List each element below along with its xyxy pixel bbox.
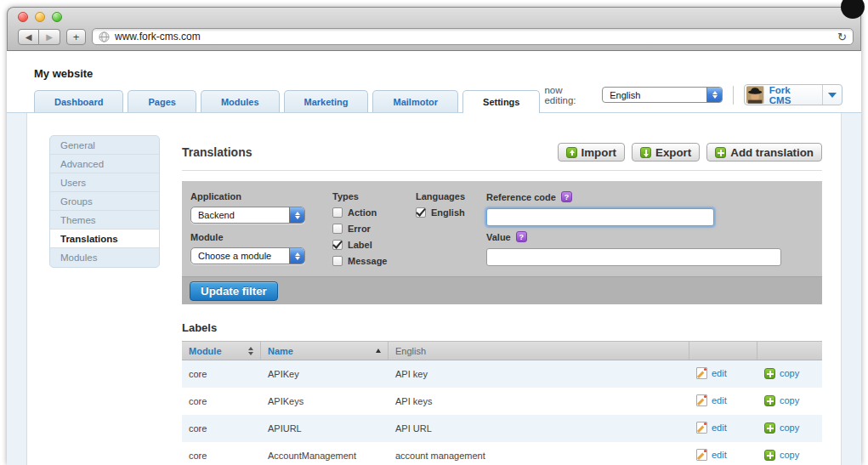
browser-window: ◀ ▶ + www.fork-cms.com ↻ My website Dash… [7,7,861,465]
plus-icon: + [73,31,80,43]
edit-link[interactable]: edit [696,449,727,461]
copy-icon [764,368,775,379]
minimize-window-button[interactable] [35,12,45,22]
site-title: My website [34,67,861,80]
checkbox-error[interactable] [332,224,343,234]
page-title: Translations [182,145,252,159]
select-stepper-icon [289,248,304,264]
checkbox-action-label: Action [348,207,377,218]
chevron-down-icon [828,93,837,98]
reload-icon[interactable]: ↻ [837,31,847,43]
forward-button[interactable]: ▶ [39,29,60,45]
sidebar-item-modules[interactable]: Modules [50,248,159,267]
new-tab-button[interactable]: + [66,29,86,45]
import-icon [566,147,577,158]
window-titlebar[interactable] [8,8,860,26]
copy-link[interactable]: copy [764,368,799,379]
back-icon: ◀ [26,32,32,42]
page-viewport: My website Dashboard Pages Modules Marke… [7,51,861,465]
tab-settings[interactable]: Settings [462,90,540,113]
module-select[interactable]: Choose a module [190,247,305,264]
close-window-button[interactable] [18,12,28,22]
tab-dashboard[interactable]: Dashboard [34,90,123,112]
address-bar[interactable]: www.fork-cms.com ↻ [92,28,854,45]
checkbox-message[interactable] [332,256,343,266]
copy-link[interactable]: copy [764,395,799,406]
page-actions: Import Export Add translation [558,143,822,162]
edit-icon [696,394,707,406]
application-label: Application [190,191,332,201]
column-header-english: English [389,342,689,360]
now-editing-label: now editing: [544,85,595,105]
header-divider [733,86,734,105]
export-icon [640,147,651,158]
table-row: core AccountManagement account managemen… [182,442,822,465]
help-icon[interactable]: ? [516,231,527,242]
edit-icon [696,422,707,434]
add-translation-button[interactable]: Add translation [706,143,822,162]
help-icon[interactable]: ? [561,191,572,202]
languages-label: Languages [416,191,486,201]
sidebar-item-general[interactable]: General [50,136,159,155]
select-stepper-icon [289,207,304,223]
tab-marketing[interactable]: Marketing [284,90,369,112]
import-button[interactable]: Import [558,143,625,162]
sidebar-item-themes[interactable]: Themes [50,211,159,230]
value-input[interactable] [486,248,781,266]
edit-icon [696,367,707,379]
copy-icon [764,395,775,406]
edit-link[interactable]: edit [696,422,727,434]
url-text[interactable]: www.fork-cms.com [115,31,832,43]
copy-link[interactable]: copy [764,450,799,461]
module-label: Module [190,232,332,242]
heading-divider [182,170,822,171]
sidebar-item-translations[interactable]: Translations [50,230,159,248]
editing-cluster: now editing: English Fork CMS [544,84,842,105]
browser-chrome: ◀ ▶ + www.fork-cms.com ↻ [7,7,861,51]
checkbox-english[interactable] [416,207,426,218]
forward-icon: ▶ [46,32,53,42]
sort-asc-icon [376,349,381,353]
reference-code-label: Reference code [486,192,556,202]
checkbox-message-label: Message [348,256,387,266]
copy-icon [764,450,775,461]
copy-link[interactable]: copy [764,422,799,434]
sidebar-item-groups[interactable]: Groups [50,192,159,211]
application-select[interactable]: Backend [190,207,305,224]
copy-icon [764,422,775,434]
checkbox-label[interactable] [332,240,343,250]
edit-link[interactable]: edit [696,367,727,379]
sidebar-item-users[interactable]: Users [50,173,159,192]
account-dropdown-button[interactable] [822,85,842,105]
tab-pages[interactable]: Pages [128,90,196,112]
edit-link[interactable]: edit [696,394,727,406]
reference-code-input[interactable] [486,208,714,226]
settings-sidebar: General Advanced Users Groups Themes Tra… [49,135,160,268]
account-name: Fork CMS [769,85,822,105]
labels-table: Module Name English [182,341,822,465]
labels-heading: Labels [182,321,822,334]
back-button[interactable]: ◀ [18,29,39,45]
sidebar-item-advanced[interactable]: Advanced [50,155,159,173]
checkbox-label-label: Label [348,240,372,250]
checkbox-action[interactable] [332,207,343,218]
avatar [746,86,763,104]
tab-mailmotor[interactable]: Mailmotor [372,90,458,112]
column-header-name[interactable]: Name [261,342,389,360]
zoom-window-button[interactable] [52,12,62,22]
checkbox-error-label: Error [348,224,371,234]
table-row: core APIKey API key edit copy [182,360,822,388]
checkbox-english-label: English [431,207,465,218]
update-filter-button[interactable]: Update filter [190,281,278,301]
tab-modules[interactable]: Modules [201,90,280,112]
table-row: core APIURL API URL edit copy [182,415,822,442]
select-stepper-icon [706,88,722,102]
export-button[interactable]: Export [632,143,700,162]
column-header-module[interactable]: Module [182,342,261,360]
sort-icon [248,347,253,355]
working-language-select[interactable]: English [602,87,723,103]
browser-toolbar: ◀ ▶ + www.fork-cms.com ↻ [8,26,860,50]
account-menu[interactable]: Fork CMS [744,84,842,105]
workspace: General Advanced Users Groups Themes Tra… [7,112,861,465]
types-label: Types [332,191,416,201]
